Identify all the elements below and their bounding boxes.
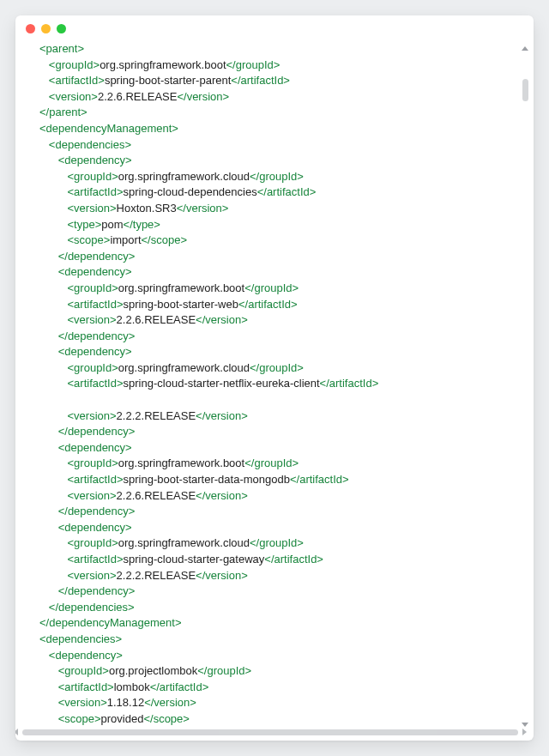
close-icon[interactable] — [26, 24, 35, 33]
horizontal-scrollbar[interactable] — [22, 729, 518, 735]
window-titlebar — [15, 15, 534, 41]
scroll-up-icon[interactable] — [522, 46, 528, 51]
code-scroll[interactable]: <parent> <groupId>org.springframework.bo… — [39, 41, 527, 729]
scroll-right-icon[interactable] — [522, 729, 527, 735]
scroll-left-icon[interactable] — [15, 729, 18, 735]
xml-source: <parent> <groupId>org.springframework.bo… — [39, 41, 527, 729]
code-window: <parent> <groupId>org.springframework.bo… — [15, 15, 534, 741]
minimize-icon[interactable] — [41, 24, 51, 33]
code-viewport: <parent> <groupId>org.springframework.bo… — [15, 41, 534, 741]
zoom-icon[interactable] — [57, 24, 66, 33]
scroll-thumb[interactable] — [522, 79, 528, 101]
scroll-down-icon[interactable] — [522, 723, 528, 727]
vertical-scrollbar[interactable] — [522, 48, 528, 725]
stage: <parent> <groupId>org.springframework.bo… — [0, 0, 549, 756]
